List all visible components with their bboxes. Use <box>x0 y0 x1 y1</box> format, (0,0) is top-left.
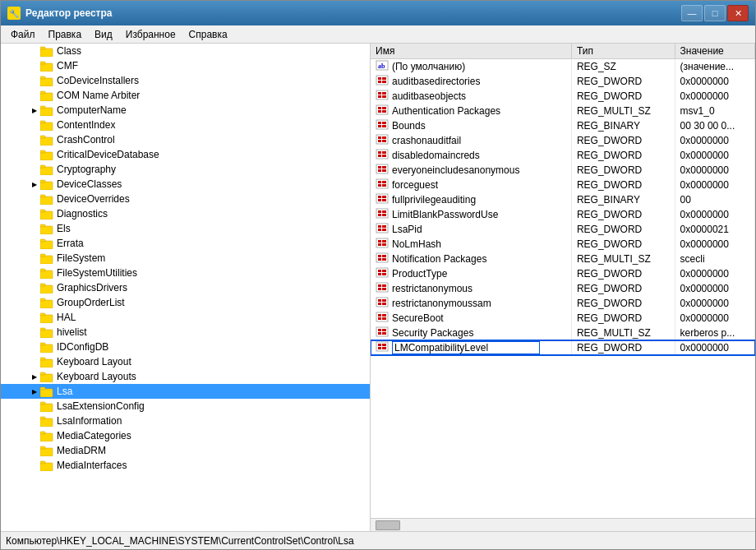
rename-input[interactable] <box>392 341 540 354</box>
svg-rect-93 <box>382 166 386 169</box>
tree-item[interactable]: MediaDRM <box>1 443 370 458</box>
table-row[interactable]: everyoneincludesanonymousREG_DWORD0x0000… <box>371 163 755 178</box>
tree-scroll[interactable]: Class CMF CoDeviceInstallers COM Name Ar… <box>1 44 370 531</box>
table-row[interactable]: crashonauditfailREG_DWORD0x0000000 <box>371 133 755 148</box>
tree-item[interactable]: DeviceOverrides <box>1 192 370 206</box>
tree-item[interactable]: ▶ Keyboard Layouts <box>1 369 370 384</box>
svg-rect-36 <box>40 315 53 323</box>
svg-rect-98 <box>382 181 386 183</box>
tree-item[interactable]: Errata <box>1 236 370 251</box>
svg-rect-12 <box>40 137 53 146</box>
tree-item[interactable]: GroupOrderList <box>1 295 370 310</box>
table-row[interactable]: auditbaseobjectsREG_DWORD0x0000000 <box>371 89 755 104</box>
svg-rect-133 <box>382 284 386 287</box>
tree-item[interactable]: Class <box>1 44 370 58</box>
tree-item[interactable]: CriticalDeviceDatabase <box>1 147 370 162</box>
tree-item[interactable]: FileSystem <box>1 251 370 266</box>
menu-item-вид[interactable]: Вид <box>88 27 119 42</box>
table-row[interactable]: Authentication PackagesREG_MULTI_SZmsv1_… <box>371 104 755 118</box>
svg-rect-106 <box>378 210 381 213</box>
table-row[interactable]: Security PackagesREG_MULTI_SZkerberos p.… <box>371 326 755 340</box>
menu-item-справка[interactable]: Справка <box>182 27 234 42</box>
table-row[interactable]: restrictanonymousREG_DWORD0x0000000 <box>371 281 755 296</box>
tree-item[interactable]: IDConfigDB <box>1 340 370 354</box>
table-row[interactable]: SecureBootREG_DWORD0x0000000 <box>371 311 755 326</box>
tree-item-label: HAL <box>57 312 76 323</box>
value-name-label: fullprivilegeauditing <box>392 194 476 206</box>
folder-icon <box>40 164 53 175</box>
expand-arrow-icon[interactable]: ▶ <box>30 387 39 395</box>
folder-icon <box>40 120 53 131</box>
table-row[interactable]: BoundsREG_BINARY00 30 00 0... <box>371 118 755 133</box>
tree-item[interactable]: ▶ ComputerName <box>1 103 370 118</box>
horizontal-scrollbar[interactable] <box>371 518 755 531</box>
tree-item[interactable]: GraphicsDrivers <box>1 280 370 295</box>
expand-arrow-icon[interactable]: ▶ <box>30 372 39 381</box>
value-type-cell: REG_DWORD <box>571 266 675 281</box>
table-row[interactable]: Notification PackagesREG_MULTI_SZscecli <box>371 252 755 266</box>
close-button[interactable]: ✕ <box>727 5 749 21</box>
svg-text:ab: ab <box>378 62 385 70</box>
leaf-arrow-icon <box>30 446 39 455</box>
tree-item[interactable]: LsaExtensionConfig <box>1 399 370 414</box>
tree-item[interactable]: FileSystemUtilities <box>1 266 370 280</box>
tree-item[interactable]: Keyboard Layout <box>1 354 370 369</box>
value-data-cell: msv1_0 <box>675 104 754 118</box>
tree-item[interactable]: HAL <box>1 310 370 325</box>
table-row[interactable]: restrictanonymoussamREG_DWORD0x0000000 <box>371 296 755 311</box>
svg-rect-50 <box>40 418 53 427</box>
svg-rect-6 <box>40 93 53 101</box>
tree-item[interactable]: CMF <box>1 58 370 73</box>
svg-rect-79 <box>382 125 386 127</box>
menu-item-правка[interactable]: Правка <box>42 27 89 42</box>
tree-item[interactable]: hivelist <box>1 325 370 340</box>
value-data-cell: 00 <box>675 192 754 207</box>
table-row[interactable]: REG_DWORD0x0000000 <box>371 340 755 355</box>
tree-item[interactable]: Els <box>1 221 370 236</box>
table-row[interactable]: ab (По умолчанию)REG_SZ(значение... <box>371 59 755 75</box>
tree-item[interactable]: ▶ Lsa <box>1 384 370 399</box>
value-name-label: LimitBlankPasswordUse <box>392 209 498 220</box>
status-bar: Компьютер\HKEY_LOCAL_MACHINE\SYSTEM\Curr… <box>1 531 755 549</box>
minimize-button[interactable]: — <box>681 5 703 21</box>
table-row[interactable]: ProductTypeREG_DWORD0x0000000 <box>371 266 755 281</box>
table-row[interactable]: LimitBlankPasswordUseREG_DWORD0x0000000 <box>371 207 755 222</box>
values-table-scroll[interactable]: Имя Тип Значение ab (По умолчанию)REG_SZ… <box>371 44 755 518</box>
tree-item[interactable]: ▶ DeviceClasses <box>1 177 370 192</box>
menu-item-файл[interactable]: Файл <box>4 27 42 42</box>
tree-item-label: MediaDRM <box>57 445 106 456</box>
table-row[interactable]: NoLmHashREG_DWORD0x0000000 <box>371 237 755 252</box>
tree-item[interactable]: CrashControl <box>1 132 370 147</box>
tree-item[interactable]: Cryptography <box>1 162 370 177</box>
tree-item[interactable]: MediaCategories <box>1 428 370 443</box>
folder-icon <box>40 446 53 456</box>
tree-item-label: CMF <box>57 60 78 72</box>
table-row[interactable]: fullprivilegeauditingREG_BINARY00 <box>371 192 755 207</box>
tree-item[interactable]: ContentIndex <box>1 118 370 132</box>
table-row[interactable]: LsaPidREG_DWORD0x0000021 <box>371 222 755 237</box>
table-row[interactable]: forceguestREG_DWORD0x0000000 <box>371 178 755 192</box>
folder-icon <box>40 238 53 249</box>
leaf-arrow-icon <box>30 461 39 469</box>
expand-arrow-icon[interactable]: ▶ <box>30 180 39 188</box>
svg-rect-111 <box>378 225 381 228</box>
svg-rect-51 <box>40 417 45 419</box>
tree-item[interactable]: COM Name Arbiter <box>1 88 370 103</box>
reg-value-icon <box>376 326 389 340</box>
svg-rect-85 <box>376 150 388 159</box>
reg-value-icon <box>376 75 389 88</box>
table-row[interactable]: disabledomaincredsREG_DWORD0x0000000 <box>371 148 755 163</box>
svg-rect-57 <box>40 461 45 464</box>
expand-arrow-icon[interactable]: ▶ <box>30 106 39 114</box>
value-data-cell: 0x0000000 <box>675 148 754 163</box>
svg-rect-48 <box>40 404 53 412</box>
tree-item[interactable]: LsaInformation <box>1 414 370 428</box>
table-row[interactable]: auditbasedirectoriesREG_DWORD0x0000000 <box>371 74 755 89</box>
tree-item[interactable]: CoDeviceInstallers <box>1 73 370 88</box>
tree-item[interactable]: Diagnostics <box>1 206 370 221</box>
value-type-cell: REG_DWORD <box>571 281 675 296</box>
maximize-button[interactable]: □ <box>704 5 726 21</box>
menu-item-избранное[interactable]: Избранное <box>119 27 182 42</box>
leaf-arrow-icon <box>30 165 39 173</box>
tree-item[interactable]: MediaInterfaces <box>1 458 370 473</box>
